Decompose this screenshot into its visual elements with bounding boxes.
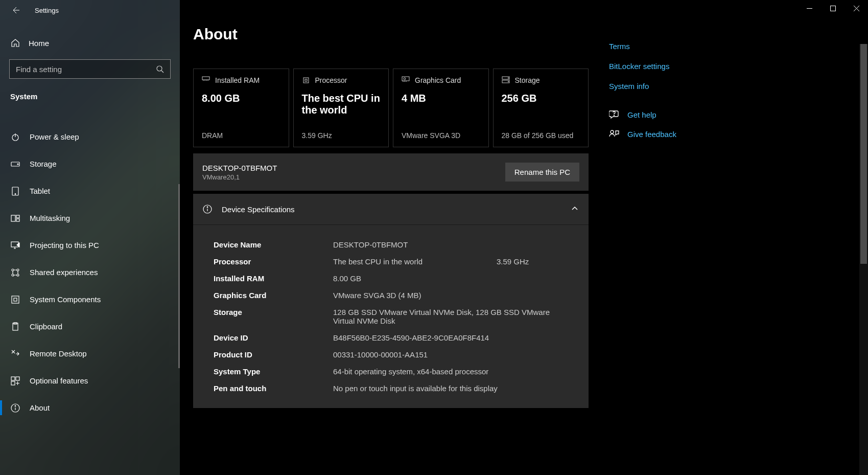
link-get-help[interactable]: Get help [627,110,656,119]
sidebar-item-system-components[interactable]: System Components [0,286,180,313]
sidebar-item-label: Power & sleep [30,132,79,141]
sidebar-item-shared-experiences[interactable]: Shared experiences [0,259,180,286]
close-button[interactable] [844,0,868,16]
svg-rect-8 [16,219,19,221]
spec-extra: 3.59 GHz [497,257,529,266]
spec-key: Processor [214,257,333,266]
tablet-icon [10,186,20,196]
cpu-icon [302,76,310,84]
maximize-icon [830,6,836,11]
card-value: 256 GB [502,93,580,104]
sidebar-item-storage[interactable]: Storage [0,150,180,177]
sidebar-item-multitasking[interactable]: Multitasking [0,205,180,232]
card-sub: 3.59 GHz [302,131,381,140]
spec-row-device-name: Device Name DESKTOP-0TBFMOT [214,236,568,253]
device-specifications-panel: Device Specifications Device Name DESKTO… [193,194,589,408]
chevron-up-icon [571,205,579,213]
sidebar-scrollbar[interactable] [178,184,180,368]
link-bitlocker[interactable]: BitLocker settings [609,62,732,71]
scrollbar-thumb[interactable] [860,44,867,264]
spec-key: Pen and touch [214,384,333,393]
svg-point-10 [12,269,14,271]
sidebar-item-remote-desktop[interactable]: Remote Desktop [0,340,180,367]
clipboard-icon [10,322,20,332]
svg-rect-18 [11,377,15,380]
link-system-info[interactable]: System info [609,82,732,91]
spec-val: The best CPU in the world [333,257,476,266]
spec-row-device-id: Device ID B48F56B0-E235-4590-ABE2-9C0EA0… [214,329,568,346]
sidebar-item-about[interactable]: About [0,394,180,421]
sidebar-item-label: Tablet [30,187,50,195]
summary-cards: Installed RAM 8.00 GB DRAM Processor The… [193,69,589,147]
sidebar-item-projecting[interactable]: Projecting to this PC [0,232,180,259]
info-icon [10,403,20,413]
related-links: Terms BitLocker settings System info Get… [599,0,742,475]
sidebar-item-label: Multitasking [30,214,70,222]
card-sub: DRAM [202,131,280,140]
main-scrollbar[interactable] [859,44,868,475]
svg-point-11 [17,269,19,271]
spec-header-title: Device Specifications [222,205,562,214]
svg-point-3 [17,164,18,165]
search-input[interactable] [16,65,156,74]
sidebar-item-clipboard[interactable]: Clipboard [0,313,180,340]
spec-key: System Type [214,367,333,376]
help-section: Get help Give feedback [609,110,732,139]
device-bar: DESKTOP-0TBFMOT VMware20,1 Rename this P… [193,153,589,191]
page-title: About [193,26,589,43]
card-label: Storage [515,76,540,84]
titlebar: Settings [0,0,180,20]
svg-point-35 [611,130,614,133]
device-specifications-header[interactable]: Device Specifications [193,194,589,225]
sidebar-item-optional-features[interactable]: Optional features [0,367,180,394]
card-sub: 28 GB of 256 GB used [502,131,580,140]
shared-icon [10,267,20,278]
link-terms[interactable]: Terms [609,42,732,51]
sidebar-home[interactable]: Home [0,31,180,55]
search-box[interactable] [9,59,171,79]
svg-rect-37 [830,6,835,11]
link-feedback[interactable]: Give feedback [627,130,676,139]
svg-rect-24 [303,78,309,83]
back-button[interactable] [10,5,20,15]
projecting-icon [10,240,20,251]
svg-rect-25 [305,79,307,81]
card-gpu[interactable]: Graphics Card 4 MB VMware SVGA 3D [393,69,489,147]
sidebar-item-tablet[interactable]: Tablet [0,177,180,205]
multitasking-icon [10,213,20,223]
arrow-left-icon [11,6,19,14]
spec-val: 00331-10000-00001-AA151 [333,350,568,359]
power-icon [10,132,20,142]
svg-rect-20 [11,381,15,385]
svg-point-13 [17,274,19,276]
sidebar-item-label: Clipboard [30,322,62,331]
window-controls [797,0,868,16]
spec-key: Device ID [214,333,333,342]
sidebar-item-label: Remote Desktop [30,349,87,358]
storage-icon [502,76,510,84]
sidebar-item-label: About [30,403,50,412]
card-cpu[interactable]: Processor The best CPU in the world 3.59… [293,69,389,147]
card-ram[interactable]: Installed RAM 8.00 GB DRAM [193,69,289,147]
svg-rect-19 [16,377,19,380]
home-icon [10,38,20,48]
svg-rect-14 [12,296,19,303]
card-label: Processor [315,76,347,84]
spec-key: Device Name [214,240,333,249]
window-title: Settings [35,7,59,14]
svg-point-34 [614,115,614,116]
svg-rect-6 [11,215,15,221]
info-icon [202,204,213,214]
sidebar-item-label: System Components [30,295,101,304]
sidebar-item-label: Shared experiences [30,268,98,277]
help-row-get-help: Get help [609,110,732,119]
rename-button[interactable]: Rename this PC [505,163,579,182]
sidebar: Settings Home System Power & sleep Stora… [0,0,180,475]
card-storage[interactable]: Storage 256 GB 28 GB of 256 GB used [493,69,589,147]
maximize-button[interactable] [821,0,844,16]
spec-row-storage: Storage 128 GB SSD VMware Virtual NVMe D… [214,304,568,329]
minimize-button[interactable] [797,0,821,16]
spec-val: VMware SVGA 3D (4 MB) [333,291,568,300]
sidebar-home-label: Home [29,39,49,48]
sidebar-item-power-sleep[interactable]: Power & sleep [0,123,180,150]
